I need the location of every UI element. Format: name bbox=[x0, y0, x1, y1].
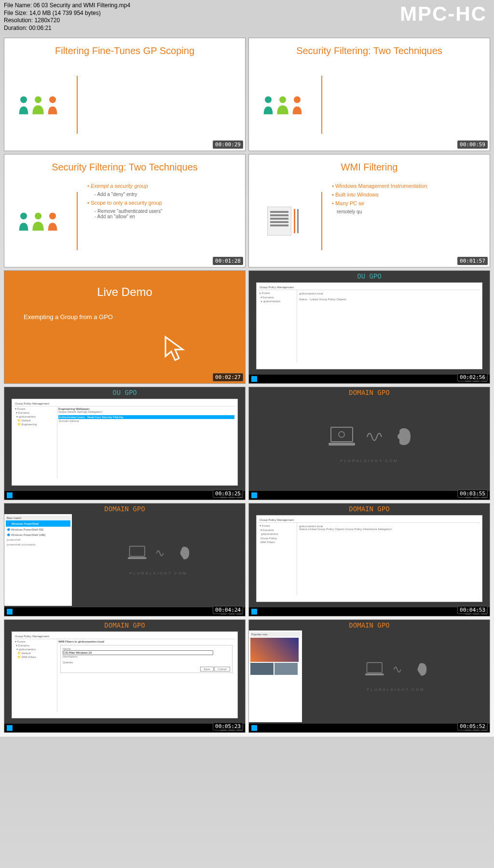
desktop-label: DOMAIN GPO bbox=[249, 504, 490, 514]
slide-title: Security Filtering: Two Techniques bbox=[4, 154, 245, 175]
demo-subtitle: Exempting a Group from a GPO bbox=[24, 313, 235, 321]
svg-point-8 bbox=[49, 213, 56, 220]
start-icon bbox=[251, 376, 257, 382]
news-panel: Popular now bbox=[249, 630, 302, 722]
divider bbox=[77, 192, 78, 250]
people-icons bbox=[4, 59, 72, 151]
svg-rect-13 bbox=[128, 557, 147, 559]
taskbar bbox=[249, 491, 490, 500]
divider bbox=[321, 192, 322, 250]
svg-point-6 bbox=[20, 213, 27, 220]
thumbnail[interactable]: Security Filtering: Two Techniques • Exe… bbox=[4, 154, 246, 267]
divider bbox=[77, 76, 78, 134]
filesize-value: 14,0 MB (14 739 954 bytes) bbox=[29, 10, 101, 16]
timestamp: 00:00:59 bbox=[457, 140, 488, 149]
thumbnail[interactable]: Live Demo Exempting a Group from a GPO 0… bbox=[4, 270, 246, 384]
taskbar bbox=[4, 724, 245, 732]
duration-label: Duration: bbox=[4, 25, 27, 31]
resolution-value: 1280x720 bbox=[34, 17, 60, 24]
people-icons bbox=[4, 175, 72, 267]
thumbnail-grid: Filtering Fine-Tunes GP Scoping 00:00:29… bbox=[0, 34, 494, 737]
divider bbox=[321, 76, 322, 134]
svg-point-0 bbox=[20, 97, 27, 103]
desktop-label: OU GPO bbox=[249, 271, 490, 281]
thumbnail[interactable]: DOMAIN GPO Group Policy Management ▾ For… bbox=[248, 503, 490, 616]
laptop-head-graphic bbox=[363, 661, 428, 678]
thumbnail[interactable]: DOMAIN GPO Group Policy Management ▾ For… bbox=[4, 619, 246, 733]
thumbnail[interactable]: Security Filtering: Two Techniques 00:00… bbox=[248, 38, 490, 151]
thumbnail[interactable]: DOMAIN GPO Popular now PLURALSIGHT.COM bbox=[248, 619, 490, 733]
thumbnail[interactable]: WMI Filtering • Windows Management Instr… bbox=[248, 154, 490, 267]
slide-title: Filtering Fine-Tunes GP Scoping bbox=[4, 38, 245, 59]
brand-text: PLURALSIGHT.COM bbox=[129, 571, 188, 575]
svg-point-11 bbox=[339, 432, 344, 437]
timestamp: 00:04:53 bbox=[457, 606, 488, 614]
bullet-content: • Windows Management Instrumentation • B… bbox=[327, 175, 490, 267]
laptop-head-graphic bbox=[126, 545, 191, 561]
svg-point-3 bbox=[265, 97, 272, 103]
timestamp: 00:05:23 bbox=[213, 722, 243, 730]
taskbar bbox=[249, 375, 490, 383]
gpmc-window: Group Policy Management ▾ Forest ▾ Domai… bbox=[12, 399, 238, 486]
timestamp: 00:04:24 bbox=[213, 606, 243, 614]
taskbar bbox=[249, 607, 490, 616]
thumbnail[interactable]: OU GPO Group Policy Management ▸ Forest … bbox=[248, 270, 490, 384]
timestamp: 00:00:29 bbox=[213, 140, 243, 149]
desktop-label: DOMAIN GPO bbox=[4, 620, 245, 630]
resolution-label: Resolution: bbox=[4, 17, 33, 24]
brand-text: PLURALSIGHT.COM bbox=[340, 459, 398, 463]
gpmc-window: Group Policy Management ▾ Forest ▾ Domai… bbox=[12, 631, 238, 718]
svg-point-2 bbox=[49, 97, 56, 103]
filename-value: 06 03 Security and WMI Filtering.mp4 bbox=[33, 2, 130, 9]
svg-point-1 bbox=[35, 97, 41, 103]
timestamp: 00:01:28 bbox=[213, 257, 243, 265]
desktop-label: OU GPO bbox=[4, 387, 245, 398]
duration-value: 00:06:21 bbox=[29, 25, 52, 31]
search-panel: Best match 🔷 Windows PowerShell 🔷 Window… bbox=[4, 514, 72, 606]
thumbnail[interactable]: DOMAIN GPO PLURALSIGHT.COM 00:03:55 bbox=[248, 387, 490, 500]
file-info-header: File Name: 06 03 Security and WMI Filter… bbox=[0, 0, 494, 34]
thumbnail[interactable]: Filtering Fine-Tunes GP Scoping 00:00:29 bbox=[4, 38, 246, 151]
desktop-label: DOMAIN GPO bbox=[4, 504, 245, 514]
desktop-label: DOMAIN GPO bbox=[249, 620, 490, 630]
people-icons bbox=[249, 59, 316, 151]
timestamp: 00:02:27 bbox=[213, 373, 243, 381]
slide-title: Security Filtering: Two Techniques bbox=[249, 38, 490, 59]
cursor-icon bbox=[163, 335, 187, 364]
slide-title: WMI Filtering bbox=[249, 154, 490, 175]
timestamp: 00:03:55 bbox=[457, 490, 488, 498]
filesize-label: File Size: bbox=[4, 10, 27, 16]
svg-point-7 bbox=[35, 213, 41, 220]
svg-rect-12 bbox=[130, 546, 145, 557]
taskbar bbox=[4, 491, 245, 500]
timestamp: 00:01:57 bbox=[457, 257, 488, 265]
filename-label: File Name: bbox=[4, 2, 32, 9]
thumbnail[interactable]: OU GPO Group Policy Management ▾ Forest … bbox=[4, 387, 246, 500]
taskbar bbox=[249, 724, 490, 732]
taskbar bbox=[4, 607, 245, 616]
timestamp: 00:05:52 bbox=[457, 722, 488, 730]
thumbnail[interactable]: DOMAIN GPO Best match 🔷 Windows PowerShe… bbox=[4, 503, 246, 616]
app-watermark: MPC-HC bbox=[400, 2, 487, 26]
svg-rect-9 bbox=[331, 427, 353, 442]
timestamp: 00:02:56 bbox=[457, 373, 488, 381]
desktop-label: DOMAIN GPO bbox=[249, 387, 490, 398]
bullet-content: • Exempt a security group - Add a "deny"… bbox=[82, 175, 245, 267]
demo-title: Live Demo bbox=[14, 285, 235, 299]
svg-rect-10 bbox=[329, 443, 355, 446]
svg-rect-15 bbox=[365, 673, 384, 675]
checklist-icon bbox=[249, 175, 316, 267]
svg-rect-14 bbox=[367, 663, 383, 673]
timestamp: 00:03:25 bbox=[213, 490, 243, 498]
gpmc-window: Group Policy Management ▸ Forest ▾ Domai… bbox=[256, 282, 482, 369]
svg-point-4 bbox=[279, 97, 286, 103]
gpmc-window: Group Policy Management ▾ Forest ▾ Domai… bbox=[256, 515, 482, 602]
brand-text: PLURALSIGHT.COM bbox=[367, 687, 425, 692]
svg-point-5 bbox=[294, 97, 301, 103]
laptop-head-graphic bbox=[326, 425, 413, 449]
